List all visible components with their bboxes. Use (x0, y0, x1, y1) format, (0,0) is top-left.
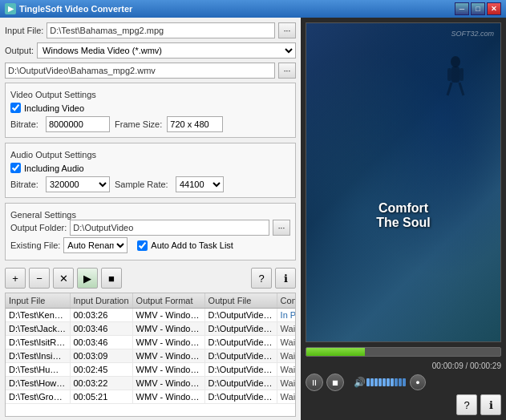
table-row[interactable]: D:\Test\InsideM... 00:03:09 WMV - Window… (6, 349, 296, 363)
table-row[interactable]: D:\Test\Growing... 00:05:21 WMV - Window… (6, 390, 296, 404)
time-duration: 00:00:29 (470, 361, 501, 370)
audio-bitrate-label: Bitrate: (10, 180, 41, 189)
add-button[interactable]: + (5, 268, 26, 289)
sample-rate-label: Sample Rate: (115, 180, 171, 189)
cell-status: Waiting (277, 363, 296, 377)
frame-size-input[interactable] (167, 116, 223, 132)
cell-duration: 00:05:21 (70, 390, 132, 404)
video-settings-box: Video Output Settings Including Video Bi… (5, 83, 296, 138)
preview-watermark: SOFT32.com (451, 30, 494, 38)
cell-input-file: D:\Test\Growing... (6, 390, 70, 404)
clear-button[interactable]: ✕ (53, 268, 74, 289)
include-video-checkbox[interactable] (10, 103, 21, 113)
stop-button[interactable]: ■ (101, 268, 122, 289)
vol-seg-9 (399, 378, 402, 386)
general-settings-title: General Settings (10, 210, 290, 220)
input-file-field[interactable] (47, 22, 275, 38)
preview-line2: The Soul (376, 216, 431, 230)
minimize-button[interactable]: ─ (455, 2, 469, 15)
maximize-button[interactable]: □ (471, 2, 485, 15)
cell-status: Waiting (277, 336, 296, 349)
cell-status: Waiting (277, 322, 296, 336)
table-row[interactable]: D:\Test\Jackal_v... 00:03:46 WMV - Windo… (6, 322, 296, 336)
cell-output-file: D:\OutputVideo\Inside... (204, 349, 277, 363)
video-settings-title: Video Output Settings (10, 90, 290, 99)
audio-settings-title: Audio Output Settings (10, 150, 290, 160)
cell-input-file: D:\Test\InsideM... (6, 349, 70, 363)
vol-seg-3 (374, 378, 378, 386)
pause-button[interactable]: ⏸ (306, 374, 323, 391)
bottom-info-button[interactable]: ℹ (480, 394, 501, 415)
remove-button[interactable]: − (29, 268, 50, 289)
audio-bitrate-select[interactable]: 320000 (46, 176, 110, 192)
svg-rect-1 (451, 67, 459, 83)
volume-bar: 🔊 ● (354, 374, 501, 390)
auto-add-checkbox[interactable] (137, 240, 148, 251)
cell-status: Waiting (277, 349, 296, 363)
cell-duration: 00:03:09 (70, 349, 132, 363)
cell-format: WMV - Windows Media ... (132, 309, 204, 322)
cell-status: Waiting (277, 390, 296, 404)
frame-size-label: Frame Size: (115, 119, 162, 129)
cell-format: WMV - Windows Media ... (132, 322, 204, 336)
title-bar: ▶ TingleSoft Video Converter ─ □ ✕ (0, 0, 506, 18)
cell-format: WMV - Windows Media ... (132, 390, 204, 404)
cell-input-file: D:\Test\IsitRealE... (6, 336, 70, 349)
vol-seg-7 (391, 378, 394, 386)
info-button[interactable]: ℹ (275, 268, 296, 289)
table-row[interactable]: D:\Test\Howard... 00:03:22 WMV - Windows… (6, 377, 296, 390)
output-file-row: ··· (5, 63, 296, 79)
cell-input-file: D:\Test\Human... (6, 363, 70, 377)
help-button[interactable]: ? (251, 268, 272, 289)
col-output-file: Output File (204, 293, 277, 309)
vol-seg-6 (387, 378, 390, 386)
cell-output-file: D:\OutputVideo\Gro... (204, 390, 277, 404)
sample-rate-select[interactable]: 44100 (176, 176, 224, 192)
cell-input-file: D:\Test\Howard... (6, 377, 70, 390)
cell-duration: 00:03:46 (70, 322, 132, 336)
stop-ctrl-button[interactable]: ⏹ (326, 374, 344, 391)
volume-knob[interactable]: ● (410, 374, 426, 390)
app-icon: ▶ (5, 3, 16, 14)
col-duration: Input Duration (70, 293, 132, 309)
window-controls[interactable]: ─ □ ✕ (455, 2, 501, 15)
time-display: 00:00:09 / 00:00:29 (432, 361, 501, 370)
table-row[interactable]: D:\Test\IsitRealE... 00:03:46 WMV - Wind… (6, 336, 296, 349)
include-video-label: Including Video (24, 103, 84, 113)
close-button[interactable]: ✕ (487, 2, 501, 15)
play-button[interactable]: ▶ (77, 268, 98, 289)
video-bitrate-input[interactable] (46, 116, 110, 132)
include-audio-label: Including Audio (24, 164, 84, 173)
table-row[interactable]: D:\Test\Kenya_A... 00:03:26 WMV - Window… (6, 309, 296, 322)
existing-file-select[interactable]: Auto Rename (63, 237, 128, 253)
vol-seg-10 (403, 378, 406, 386)
video-bitrate-row: Bitrate: Frame Size: (10, 116, 290, 132)
svg-rect-2 (447, 68, 451, 81)
col-status: Convert Status (277, 293, 296, 309)
cell-input-file: D:\Test\Kenya_A... (6, 309, 70, 322)
toolbar-row: + − ✕ ▶ ■ ? ℹ (5, 268, 296, 289)
output-format-row: Output: Windows Media Video (*.wmv) (5, 42, 296, 59)
table-row[interactable]: D:\Test\Human... 00:02:45 WMV - Windows … (6, 363, 296, 377)
output-browse-button[interactable]: ··· (278, 63, 296, 79)
output-format-select[interactable]: Windows Media Video (*.wmv) (37, 42, 296, 59)
include-audio-checkbox[interactable] (10, 163, 21, 173)
cell-status: Waiting (277, 377, 296, 390)
output-folder-label: Output Folder: (10, 223, 67, 232)
cell-output-file: D:\OutputVideo\How... (204, 377, 277, 390)
vol-seg-8 (395, 378, 398, 386)
main-progress-fill (306, 348, 365, 356)
output-folder-input[interactable] (70, 220, 269, 236)
cell-duration: 00:03:22 (70, 377, 132, 390)
vol-seg-2 (370, 378, 374, 386)
cell-format: WMV - Windows Media ... (132, 363, 204, 377)
output-format-label: Output: (5, 46, 34, 55)
include-video-row: Including Video (10, 103, 290, 113)
preview-area: Comfort The Soul SOFT32.com (306, 22, 501, 342)
output-file-field[interactable] (5, 63, 275, 79)
col-input-file: Input File (6, 293, 70, 309)
main-progress-bar (306, 347, 501, 357)
input-browse-button[interactable]: ··· (278, 22, 296, 38)
bottom-help-button[interactable]: ? (456, 394, 477, 415)
folder-browse-button[interactable]: ··· (273, 220, 290, 236)
